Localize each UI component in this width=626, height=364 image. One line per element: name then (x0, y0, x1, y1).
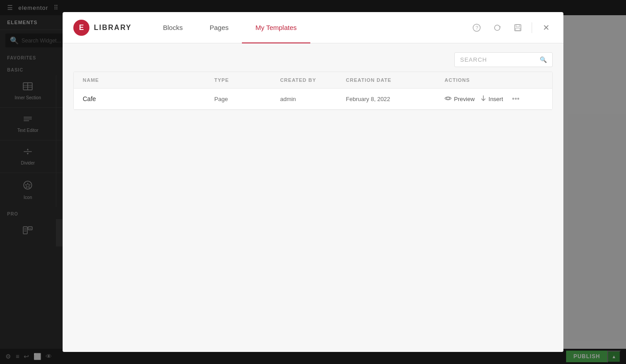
insert-button[interactable]: Insert (480, 95, 503, 103)
search-box-icon: 🔍 (540, 56, 547, 63)
th-created-by: CREATED BY (280, 77, 346, 83)
modal-close-button[interactable]: ✕ (539, 21, 553, 34)
row-type: Page (214, 96, 280, 102)
th-type: TYPE (214, 77, 280, 83)
more-options-button[interactable]: ••• (510, 95, 521, 103)
preview-button[interactable]: Preview (444, 95, 474, 102)
library-title: LIBRARY (94, 24, 132, 32)
table-header: NAME TYPE CREATED BY CREATION DATE ACTIO… (74, 72, 552, 89)
header-divider (532, 22, 532, 33)
templates-table: NAME TYPE CREATED BY CREATION DATE ACTIO… (73, 72, 553, 110)
svg-point-29 (447, 97, 449, 100)
table-row[interactable]: Cafe Page admin February 8, 2022 (74, 89, 552, 110)
help-icon-button[interactable]: ? (470, 21, 483, 34)
search-input[interactable] (460, 56, 536, 63)
svg-text:?: ? (476, 25, 478, 30)
row-date: February 8, 2022 (346, 96, 445, 102)
preview-label: Preview (454, 96, 474, 102)
insert-icon (480, 95, 486, 103)
row-actions: Preview Insert ••• (444, 95, 543, 103)
tab-blocks[interactable]: Blocks (150, 12, 196, 43)
library-modal: E LIBRARY Blocks Pages My Templates (63, 12, 563, 352)
svg-rect-28 (516, 28, 520, 30)
modal-overlay: E LIBRARY Blocks Pages My Templates (0, 0, 626, 364)
save-template-icon-button[interactable] (511, 21, 524, 34)
sync-icon-button[interactable] (491, 21, 504, 34)
tab-my-templates[interactable]: My Templates (242, 12, 310, 43)
elementor-e-logo: E (73, 20, 89, 36)
insert-label: Insert (489, 96, 503, 102)
th-creation-date: CREATION DATE (346, 77, 445, 83)
modal-search-bar: 🔍 (63, 43, 563, 72)
row-name: Cafe (83, 95, 214, 102)
row-creator: admin (280, 96, 346, 102)
search-box[interactable]: 🔍 (454, 52, 553, 67)
modal-tabs: Blocks Pages My Templates (150, 12, 470, 43)
modal-header: E LIBRARY Blocks Pages My Templates (63, 12, 563, 43)
th-name: NAME (83, 77, 214, 83)
th-actions: ACTIONS (444, 77, 543, 83)
tab-pages[interactable]: Pages (196, 12, 242, 43)
preview-icon-btn (444, 95, 452, 102)
modal-header-actions: ? ✕ (470, 21, 553, 34)
modal-body: 🔍 NAME TYPE CREATED BY CREATION DATE ACT… (63, 43, 563, 352)
modal-logo: E LIBRARY (73, 20, 132, 36)
